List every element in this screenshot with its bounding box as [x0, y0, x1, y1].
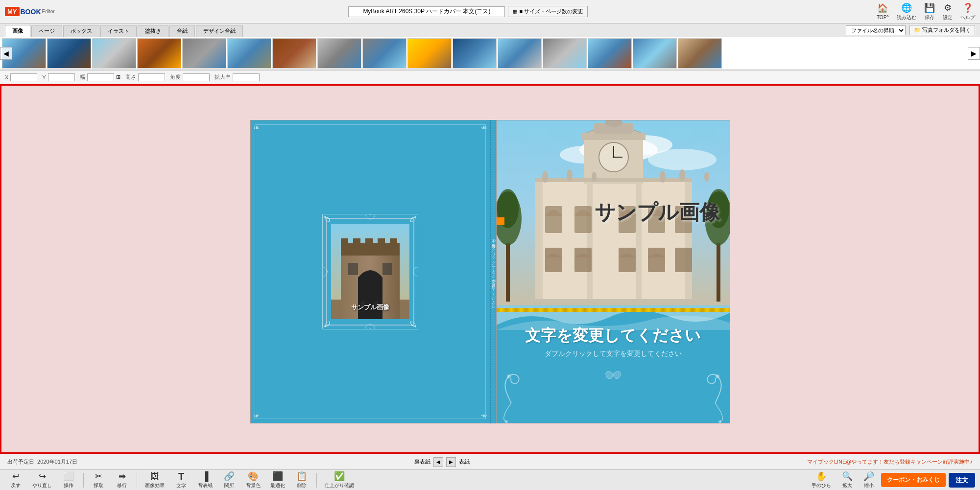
- spine-icon: ▐: [202, 471, 209, 482]
- angle-input[interactable]: [183, 73, 210, 81]
- hand-tool-button[interactable]: ✋ 手のひら: [808, 469, 835, 490]
- size-change-button[interactable]: ▦ ■ サイズ・ページ数の変更: [508, 6, 588, 17]
- top-load-button[interactable]: 🌐 読み込む: [897, 2, 916, 21]
- photo-strip-inner: [0, 37, 724, 70]
- nav-prev-button[interactable]: ◀: [433, 457, 443, 467]
- nav-next-button[interactable]: ▶: [446, 457, 456, 467]
- order-button[interactable]: 注文: [949, 473, 975, 488]
- top-right-icons: 🏠 TOP^ 🌐 読み込む 💾 保存 ⚙ 設定 ❓ ヘルプ: [877, 2, 975, 21]
- photo-thumb-16[interactable]: [678, 38, 722, 69]
- photo-thumb-13[interactable]: [543, 38, 587, 69]
- title-bar-center: ▦ ■ サイズ・ページ数の変更: [64, 6, 873, 17]
- svg-rect-9: [353, 238, 360, 246]
- y-field: Y: [42, 73, 74, 81]
- zoom-in-icon: 🔍: [842, 471, 853, 482]
- tab-design-backing[interactable]: デザイン台紙: [196, 25, 243, 37]
- top-home-button[interactable]: 🏠 TOP^: [877, 3, 889, 20]
- page-right[interactable]: サンプル画像: [496, 120, 730, 423]
- main-canvas-area[interactable]: ❧ ❧ ❧ ❧: [0, 84, 980, 454]
- status-center: 裏表紙 ◀ ▶ 表紙: [82, 457, 802, 467]
- photo-thumb-10[interactable]: [407, 38, 452, 69]
- move-button[interactable]: ➡ 移行: [111, 469, 133, 490]
- relation-button[interactable]: 🔗 関所: [218, 469, 240, 490]
- home-icon: 🏠: [877, 3, 888, 14]
- photo-thumb-7[interactable]: [272, 38, 316, 69]
- text-button[interactable]: T 文字: [170, 469, 192, 490]
- photo-frame-left[interactable]: サンプル画像: [326, 218, 414, 326]
- svg-rect-11: [378, 238, 385, 246]
- zoom-out-button[interactable]: 🔎 縮小: [860, 469, 878, 490]
- spine-text: 下の青枠をクリックすると文字が書けてください: [490, 236, 496, 307]
- text-icon: T: [178, 471, 184, 482]
- page-left[interactable]: ❧ ❧ ❧ ❧: [250, 120, 490, 423]
- delete-icon: 📋: [296, 471, 307, 482]
- grid-icon: ▦: [512, 8, 517, 15]
- tab-box[interactable]: ボックス: [63, 25, 99, 37]
- svg-point-49: [592, 172, 597, 182]
- title-input[interactable]: [348, 6, 505, 17]
- angle-label: 角度: [170, 73, 181, 81]
- optimize-button[interactable]: ⬛ 最適化: [266, 469, 289, 490]
- svg-point-51: [679, 169, 685, 181]
- zoom-input[interactable]: [233, 73, 260, 81]
- redo-button[interactable]: ↪ やり直し: [28, 469, 56, 490]
- photo-thumb-11[interactable]: [453, 38, 497, 69]
- svg-rect-10: [365, 238, 373, 246]
- operation-button[interactable]: ⬜ 操作: [58, 469, 79, 490]
- bgcolor-icon: 🎨: [248, 471, 259, 482]
- spine-button[interactable]: ▐ 背表紙: [194, 470, 216, 490]
- svg-point-0: [324, 216, 326, 218]
- photo-thumb-3[interactable]: [92, 38, 136, 69]
- tab-image[interactable]: 画像: [5, 25, 30, 37]
- photo-thumb-9[interactable]: [362, 38, 406, 69]
- svg-point-2: [324, 325, 326, 327]
- photo-thumb-5[interactable]: [182, 38, 226, 69]
- separator-1: [83, 473, 84, 488]
- svg-rect-46: [535, 178, 692, 182]
- strip-scroll-right[interactable]: ▶: [968, 47, 980, 60]
- book-spread: ❧ ❧ ❧ ❧: [250, 120, 730, 423]
- photo-thumb-12[interactable]: [498, 38, 542, 69]
- x-label: X: [5, 74, 8, 80]
- strip-scroll-left[interactable]: ◀: [0, 47, 12, 60]
- file-sort-select[interactable]: ファイル名の昇順: [846, 25, 906, 35]
- height-input[interactable]: [138, 73, 165, 81]
- bottom-right-tools: ✋ 手のひら 🔍 拡大 🔎 縮小 クーポン・おみくじ 注文: [808, 469, 975, 490]
- delete-button[interactable]: 📋 削除: [291, 469, 312, 490]
- tab-backing[interactable]: 台紙: [169, 25, 195, 37]
- photo-thumb-15[interactable]: [633, 38, 677, 69]
- coupon-button[interactable]: クーポン・おみくじ: [881, 473, 946, 487]
- extract-button[interactable]: ✂ 採取: [88, 469, 109, 490]
- top-bar: MY BOOK Editor ▦ ■ サイズ・ページ数の変更 🏠 TOP^ 🌐 …: [0, 0, 980, 23]
- open-folder-button[interactable]: 📁 写真フォルダを開く: [909, 25, 975, 35]
- height-field: 高さ: [125, 73, 165, 81]
- x-input[interactable]: [10, 73, 37, 81]
- svg-point-50: [660, 171, 666, 183]
- width-input[interactable]: [87, 73, 114, 81]
- photo-thumb-6[interactable]: [227, 38, 271, 69]
- main-title-text[interactable]: 文字を変更してください: [497, 325, 730, 347]
- zoom-label: 拡大率: [215, 73, 231, 81]
- top-settings-button[interactable]: ⚙ 設定: [943, 2, 953, 21]
- photo-thumb-14[interactable]: [588, 38, 632, 69]
- image-effect-button[interactable]: 🖼 画像効果: [141, 470, 168, 490]
- top-help-button[interactable]: ❓ ヘルプ: [960, 2, 975, 21]
- bgcolor-button[interactable]: 🎨 背景色: [242, 469, 264, 490]
- top-save-button[interactable]: 💾 保存: [924, 2, 935, 21]
- photo-thumb-8[interactable]: [317, 38, 361, 69]
- tab-illustration[interactable]: イラスト: [100, 25, 137, 37]
- undo-button[interactable]: ↩ 戻す: [5, 469, 26, 490]
- zoom-in-button[interactable]: 🔍 拡大: [838, 469, 857, 490]
- svg-rect-58: [717, 243, 720, 306]
- photo-thumb-4[interactable]: [137, 38, 181, 69]
- svg-rect-29: [582, 133, 645, 140]
- sub-title-text[interactable]: ダブルクリックして文字を変更してください: [497, 350, 730, 358]
- tab-page[interactable]: ページ: [31, 25, 62, 37]
- svg-point-64: [716, 374, 719, 378]
- preview-button[interactable]: ✅ 仕上がり確認: [321, 469, 358, 490]
- y-label: Y: [42, 74, 46, 80]
- tab-cutout[interactable]: 塗抜き: [138, 25, 168, 37]
- y-input[interactable]: [48, 73, 75, 81]
- operation-icon: ⬜: [63, 471, 74, 482]
- photo-thumb-2[interactable]: [47, 38, 91, 69]
